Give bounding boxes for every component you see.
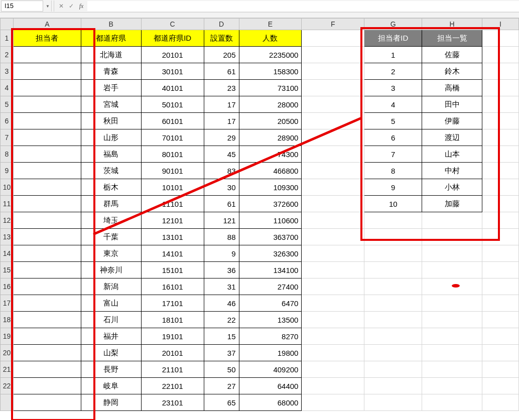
row-header[interactable]: 9 bbox=[1, 163, 14, 179]
cell-H17[interactable] bbox=[422, 295, 482, 312]
cell-F7[interactable] bbox=[302, 129, 364, 146]
cell-G19[interactable] bbox=[364, 328, 422, 345]
cell-D2[interactable]: 205 bbox=[204, 47, 239, 63]
cancel-icon[interactable]: ✕ bbox=[56, 1, 66, 12]
cell-A2[interactable] bbox=[13, 47, 81, 63]
cell-E9[interactable]: 466800 bbox=[239, 163, 302, 179]
cell-I18[interactable] bbox=[482, 312, 519, 328]
cell-E11[interactable]: 372600 bbox=[239, 196, 302, 212]
cell-G4[interactable]: 3 bbox=[364, 80, 422, 96]
cell-D6[interactable]: 17 bbox=[204, 113, 239, 129]
cell-A5[interactable] bbox=[13, 96, 81, 113]
cell-B23[interactable]: 静岡 bbox=[81, 394, 141, 411]
cell-A22[interactable] bbox=[13, 378, 81, 394]
cell-B16[interactable]: 新潟 bbox=[81, 278, 141, 295]
cell-A21[interactable] bbox=[13, 361, 81, 378]
cell-G6[interactable]: 5 bbox=[364, 113, 422, 129]
cell-B4[interactable]: 岩手 bbox=[81, 80, 141, 96]
cell-H19[interactable] bbox=[422, 328, 482, 345]
cell-E13[interactable]: 363700 bbox=[239, 229, 302, 245]
col-header-C[interactable]: C bbox=[141, 19, 204, 30]
cell-C17[interactable]: 17101 bbox=[141, 295, 204, 312]
cell-E2[interactable]: 2235000 bbox=[239, 47, 302, 63]
cell-H15[interactable] bbox=[422, 262, 482, 278]
cell-F13[interactable] bbox=[302, 229, 364, 245]
cell-E21[interactable]: 409200 bbox=[239, 361, 302, 378]
cell-G3[interactable]: 2 bbox=[364, 63, 422, 80]
row-header[interactable]: 19 bbox=[1, 328, 14, 345]
cell-I20[interactable] bbox=[482, 345, 519, 361]
name-box[interactable]: I15 bbox=[1, 1, 43, 12]
cell-A12[interactable] bbox=[13, 212, 81, 229]
row-header[interactable]: 4 bbox=[1, 80, 14, 96]
cell-I19[interactable] bbox=[482, 328, 519, 345]
cell-C5[interactable]: 50101 bbox=[141, 96, 204, 113]
col-header-B[interactable]: B bbox=[81, 19, 141, 30]
cell-A1[interactable]: 担当者 bbox=[13, 30, 81, 47]
cell-F17[interactable] bbox=[302, 295, 364, 312]
row-header[interactable]: 11 bbox=[1, 196, 14, 212]
row-header[interactable]: 12 bbox=[1, 212, 14, 229]
cell-H23[interactable] bbox=[422, 394, 482, 411]
cell-A9[interactable] bbox=[13, 163, 81, 179]
cell-F1[interactable] bbox=[302, 30, 364, 47]
cell-H21[interactable] bbox=[422, 361, 482, 378]
cell-H7[interactable]: 渡辺 bbox=[422, 129, 482, 146]
cell-B6[interactable]: 秋田 bbox=[81, 113, 141, 129]
cell-B13[interactable]: 千葉 bbox=[81, 229, 141, 245]
cell-G15[interactable] bbox=[364, 262, 422, 278]
cell-F6[interactable] bbox=[302, 113, 364, 129]
row-header[interactable]: 1 bbox=[1, 30, 14, 47]
cell-E18[interactable]: 13500 bbox=[239, 312, 302, 328]
cell-D18[interactable]: 22 bbox=[204, 312, 239, 328]
cell-C11[interactable]: 11101 bbox=[141, 196, 204, 212]
cell-A4[interactable] bbox=[13, 80, 81, 96]
cell-F21[interactable] bbox=[302, 361, 364, 378]
cell-G7[interactable]: 6 bbox=[364, 129, 422, 146]
cell-F9[interactable] bbox=[302, 163, 364, 179]
cell-G18[interactable] bbox=[364, 312, 422, 328]
col-header-F[interactable]: F bbox=[302, 19, 364, 30]
cell-E5[interactable]: 28000 bbox=[239, 96, 302, 113]
cell-B21[interactable]: 長野 bbox=[81, 361, 141, 378]
cell-F16[interactable] bbox=[302, 278, 364, 295]
cell-H10[interactable]: 小林 bbox=[422, 179, 482, 196]
cell-B5[interactable]: 宮城 bbox=[81, 96, 141, 113]
cell-F14[interactable] bbox=[302, 245, 364, 262]
cell-I21[interactable] bbox=[482, 361, 519, 378]
cell-C10[interactable]: 10101 bbox=[141, 179, 204, 196]
cell-D19[interactable]: 15 bbox=[204, 328, 239, 345]
cell-D13[interactable]: 88 bbox=[204, 229, 239, 245]
cell-I8[interactable] bbox=[482, 146, 519, 163]
cell-F5[interactable] bbox=[302, 96, 364, 113]
cell-E1[interactable]: 人数 bbox=[239, 30, 302, 47]
cell-B12[interactable]: 埼玉 bbox=[81, 212, 141, 229]
cell-G17[interactable] bbox=[364, 295, 422, 312]
cell-B7[interactable]: 山形 bbox=[81, 129, 141, 146]
cell-C22[interactable]: 22101 bbox=[141, 378, 204, 394]
cell-A14[interactable] bbox=[13, 245, 81, 262]
cell-I10[interactable] bbox=[482, 179, 519, 196]
cell-C4[interactable]: 40101 bbox=[141, 80, 204, 96]
row-header[interactable]: 17 bbox=[1, 295, 14, 312]
cell-G10[interactable]: 9 bbox=[364, 179, 422, 196]
cell-I7[interactable] bbox=[482, 129, 519, 146]
cell-I22[interactable] bbox=[482, 378, 519, 394]
cell-C9[interactable]: 90101 bbox=[141, 163, 204, 179]
col-header-I[interactable]: I bbox=[482, 19, 519, 30]
formula-input[interactable] bbox=[87, 1, 519, 11]
col-header-A[interactable]: A bbox=[13, 19, 81, 30]
col-header-H[interactable]: H bbox=[422, 19, 482, 30]
cell-F15[interactable] bbox=[302, 262, 364, 278]
cell-F19[interactable] bbox=[302, 328, 364, 345]
cell-D8[interactable]: 45 bbox=[204, 146, 239, 163]
cell-E6[interactable]: 20500 bbox=[239, 113, 302, 129]
cell-F4[interactable] bbox=[302, 80, 364, 96]
cell-H4[interactable]: 高橋 bbox=[422, 80, 482, 96]
cell-B8[interactable]: 福島 bbox=[81, 146, 141, 163]
cell-C18[interactable]: 18101 bbox=[141, 312, 204, 328]
cell-C7[interactable]: 70101 bbox=[141, 129, 204, 146]
cell-G12[interactable] bbox=[364, 212, 422, 229]
cell-C19[interactable]: 19101 bbox=[141, 328, 204, 345]
cell-C2[interactable]: 20101 bbox=[141, 47, 204, 63]
